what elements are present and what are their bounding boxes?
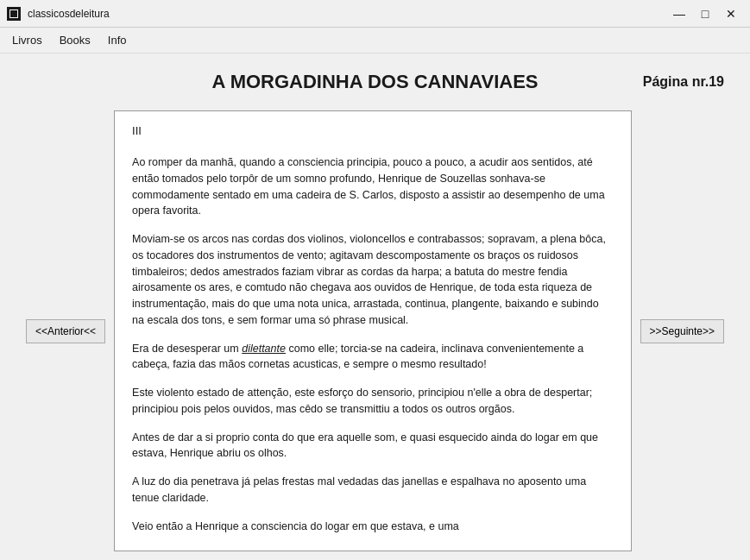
prev-button[interactable]: <<Anterior<< [26, 319, 105, 343]
menu-info[interactable]: Info [99, 30, 136, 50]
title-bar: classicosdeleitura — □ ✕ [0, 0, 750, 28]
app-icon [7, 7, 21, 21]
app-title: classicosdeleitura [28, 8, 110, 20]
content-row: <<Anterior<< III Ao romper da manhã, qua… [26, 110, 724, 551]
title-bar-left: classicosdeleitura [7, 7, 110, 21]
page-number: Página nr.19 [621, 74, 724, 90]
menu-livros[interactable]: Livros [3, 30, 51, 50]
menu-books[interactable]: Books [51, 30, 99, 50]
close-button[interactable]: ✕ [719, 5, 743, 22]
paragraph-2: Moviam-se os arcos nas cordas dos violin… [132, 231, 614, 329]
header-row: A MORGADINHA DOS CANNAVIAES Página nr.19 [26, 71, 724, 93]
next-button[interactable]: >>Seguinte>> [640, 319, 724, 343]
title-bar-controls: — □ ✕ [667, 5, 743, 22]
paragraph-7: Veio então a Henrique a consciencia do l… [132, 519, 614, 535]
minimize-button[interactable]: — [667, 5, 691, 22]
text-box[interactable]: III Ao romper da manhã, quando a conscie… [114, 110, 632, 551]
menu-bar: Livros Books Info [0, 28, 750, 53]
paragraph-1: Ao romper da manhã, quando a consciencia… [132, 154, 614, 219]
book-title: A MORGADINHA DOS CANNAVIAES [129, 71, 621, 93]
chapter-number: III [132, 124, 614, 137]
paragraph-5: Antes de dar a si proprio conta do que e… [132, 430, 614, 462]
paragraph-3: Era de desesperar um dilettante como ell… [132, 341, 614, 374]
main-content: A MORGADINHA DOS CANNAVIAES Página nr.19… [0, 53, 750, 560]
svg-rect-1 [10, 10, 17, 17]
paragraph-4: Este violento estado de attenção, este e… [132, 385, 614, 418]
maximize-button[interactable]: □ [693, 5, 717, 22]
paragraph-6: A luz do dia penetrava já pelas frestas … [132, 474, 614, 507]
